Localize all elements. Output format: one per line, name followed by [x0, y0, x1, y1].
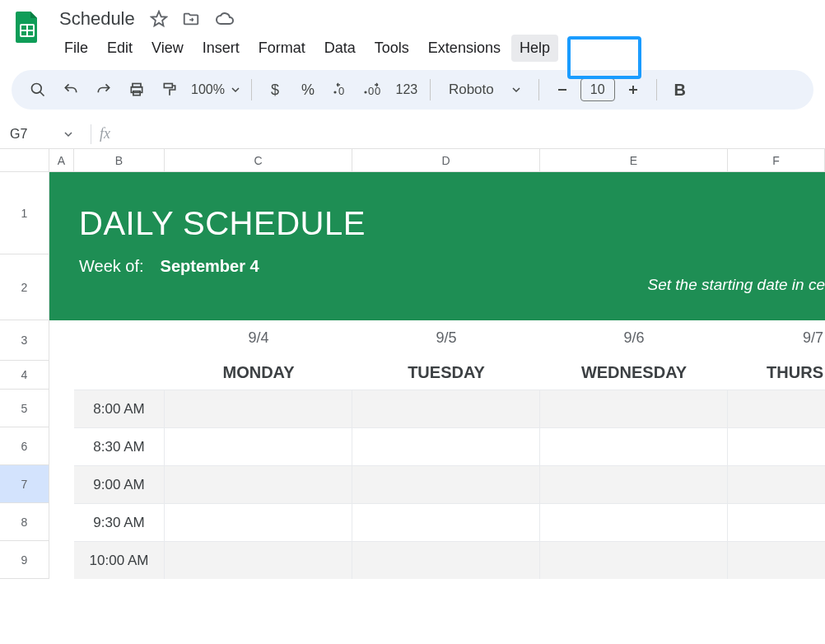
time-cell[interactable]: 8:00 AM	[74, 390, 165, 427]
menu-help[interactable]: Help	[511, 35, 558, 62]
time-cell[interactable]: 9:30 AM	[74, 503, 165, 541]
col-header-E[interactable]: E	[540, 149, 728, 171]
svg-text:0: 0	[368, 85, 374, 97]
slot-cell[interactable]	[352, 541, 540, 579]
time-cell[interactable]: 9:00 AM	[74, 465, 165, 503]
date-cell[interactable]: 9/6	[540, 320, 728, 355]
row-header-6[interactable]: 6	[0, 427, 49, 465]
separator	[538, 79, 539, 100]
col-header-D[interactable]: D	[352, 149, 540, 171]
font-size-control: 10	[548, 75, 648, 105]
slot-cell[interactable]	[728, 541, 825, 579]
menu-view[interactable]: View	[143, 35, 192, 62]
col-header-B[interactable]: B	[74, 149, 165, 171]
sheets-logo[interactable]	[10, 10, 44, 44]
svg-text:0: 0	[375, 85, 380, 97]
menu-edit[interactable]: Edit	[99, 35, 141, 62]
date-cell[interactable]: 9/5	[352, 320, 540, 355]
slot-cell[interactable]	[352, 427, 540, 465]
search-menus-icon[interactable]	[23, 75, 53, 105]
date-cell[interactable]: 9/7	[728, 320, 825, 355]
slot-cell[interactable]	[352, 465, 540, 503]
row-header-7[interactable]: 7	[0, 465, 49, 503]
schedule-banner: DAILY SCHEDULE Week of: September 4 Set …	[49, 172, 825, 320]
row-header-5[interactable]: 5	[0, 390, 49, 427]
slot-cell[interactable]	[165, 465, 352, 503]
cells-area[interactable]: DAILY SCHEDULE Week of: September 4 Set …	[49, 172, 825, 579]
increase-font-icon[interactable]	[618, 75, 648, 105]
time-row: 8:30 AM	[49, 427, 825, 465]
cloud-status-icon[interactable]	[214, 10, 235, 28]
star-icon[interactable]	[150, 10, 168, 28]
menu-insert[interactable]: Insert	[194, 35, 248, 62]
zoom-select[interactable]: 100%	[188, 82, 243, 97]
chevron-down-icon	[512, 86, 520, 94]
font-size-input[interactable]: 10	[580, 78, 615, 101]
date-cell[interactable]: 9/4	[165, 320, 352, 355]
svg-point-12	[364, 91, 366, 93]
redo-icon[interactable]	[89, 75, 119, 105]
increase-decimal-icon[interactable]: 00	[359, 75, 389, 105]
undo-icon[interactable]	[56, 75, 86, 105]
slot-cell[interactable]	[165, 503, 352, 541]
col-header-C[interactable]: C	[165, 149, 352, 171]
menu-format[interactable]: Format	[250, 35, 314, 62]
day-cell[interactable]: THURS	[728, 355, 825, 390]
font-family-select[interactable]: Roboto	[439, 82, 530, 98]
separator	[430, 79, 431, 100]
menu-extensions[interactable]: Extensions	[420, 35, 509, 62]
slot-cell[interactable]	[728, 465, 825, 503]
percent-icon[interactable]: %	[293, 75, 323, 105]
decrease-font-icon[interactable]	[548, 75, 577, 105]
paint-format-icon[interactable]	[155, 75, 184, 105]
slot-cell[interactable]	[728, 503, 825, 541]
menu-file[interactable]: File	[56, 35, 96, 62]
menu-tools[interactable]: Tools	[366, 35, 417, 62]
move-folder-icon[interactable]	[181, 10, 201, 28]
menu-data[interactable]: Data	[316, 35, 364, 62]
slot-cell[interactable]	[165, 427, 352, 465]
more-formats-icon[interactable]: 123	[392, 75, 422, 105]
time-cell[interactable]: 8:30 AM	[74, 427, 165, 465]
slot-cell[interactable]	[352, 390, 540, 427]
title-area: Schedule File Edit View Insert Format Da…	[56, 7, 815, 62]
day-cell[interactable]: MONDAY	[165, 355, 352, 390]
print-icon[interactable]	[122, 75, 151, 105]
row-header-3[interactable]: 3	[0, 320, 49, 361]
slot-cell[interactable]	[540, 390, 728, 427]
slot-cell[interactable]	[165, 541, 352, 579]
slot-cell[interactable]	[728, 427, 825, 465]
grid: A B C D E F 1 2 3 4 5 6 7 8 9 DAILY SCHE…	[0, 149, 825, 579]
day-cell[interactable]: TUESDAY	[352, 355, 540, 390]
row-header-9[interactable]: 9	[0, 541, 49, 579]
row-headers: 1 2 3 4 5 6 7 8 9	[0, 172, 49, 579]
slot-cell[interactable]	[540, 465, 728, 503]
col-header-A[interactable]: A	[49, 149, 74, 171]
date-row: 9/4 9/5 9/6 9/7	[49, 320, 825, 355]
docbar: Schedule File Edit View Insert Format Da…	[0, 0, 825, 62]
row-header-1[interactable]: 1	[0, 172, 49, 254]
name-box[interactable]: G7	[0, 127, 82, 142]
col-header-F[interactable]: F	[728, 149, 825, 171]
svg-point-4	[32, 84, 42, 94]
separator	[91, 124, 91, 144]
slot-cell[interactable]	[728, 390, 825, 427]
slot-cell[interactable]	[540, 427, 728, 465]
bold-icon[interactable]: B	[665, 75, 695, 105]
currency-icon[interactable]: $	[260, 75, 290, 105]
slot-cell[interactable]	[540, 503, 728, 541]
day-row: MONDAY TUESDAY WEDNESDAY THURS	[49, 355, 825, 390]
slot-cell[interactable]	[540, 541, 728, 579]
slot-cell[interactable]	[352, 503, 540, 541]
decrease-decimal-icon[interactable]: 0	[326, 75, 356, 105]
toolbar: 100% $ % 0 00 123 Roboto 10 B	[12, 70, 813, 110]
row-header-8[interactable]: 8	[0, 503, 49, 541]
doc-title[interactable]: Schedule	[56, 7, 138, 31]
row-header-2[interactable]: 2	[0, 254, 49, 320]
select-all-corner[interactable]	[0, 149, 49, 171]
slot-cell[interactable]	[165, 390, 352, 427]
time-cell[interactable]: 10:00 AM	[74, 541, 165, 579]
row-header-4[interactable]: 4	[0, 361, 49, 390]
day-cell[interactable]: WEDNESDAY	[540, 355, 728, 390]
chevron-down-icon	[64, 130, 72, 138]
